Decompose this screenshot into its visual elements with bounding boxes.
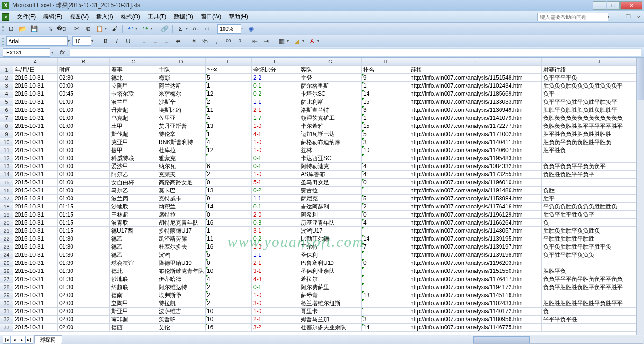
data-cell[interactable]: 斯亚甲 bbox=[110, 308, 157, 316]
data-cell[interactable]: 2015-10-31 bbox=[13, 106, 58, 114]
zoom-combo[interactable]: 100% bbox=[217, 24, 241, 34]
data-cell[interactable]: 萨格勒布迪纳摩 bbox=[299, 138, 362, 146]
data-cell[interactable]: 萨比利斯 bbox=[299, 98, 362, 106]
data-cell[interactable]: 0 bbox=[362, 259, 409, 267]
data-cell[interactable]: 顿涅茨克矿工 bbox=[299, 114, 362, 122]
data-cell[interactable]: 隆德里纳U19 bbox=[157, 259, 206, 267]
data-cell[interactable]: RNK斯普利特 bbox=[157, 138, 206, 146]
help-search-input[interactable] bbox=[537, 13, 608, 21]
data-cell[interactable]: 负负平平平负平胜负负平平负负 bbox=[542, 275, 644, 283]
data-cell[interactable]: http://info.win007.com/analysis/1140607.… bbox=[409, 146, 542, 154]
data-cell[interactable]: 约超联 bbox=[110, 283, 157, 291]
fx-icon[interactable]: fx bbox=[57, 49, 68, 56]
data-cell[interactable]: http://info.win007.com/analysis/1171002.… bbox=[409, 130, 542, 138]
font-name-drop[interactable]: ▾ bbox=[68, 39, 72, 43]
excel-doc-icon[interactable] bbox=[2, 13, 9, 21]
data-cell[interactable] bbox=[362, 154, 409, 163]
data-cell[interactable]: 2-1 bbox=[252, 259, 299, 267]
data-cell[interactable]: http://info.win007.com/analysis/1145116.… bbox=[409, 291, 542, 299]
data-cell[interactable]: 1 bbox=[206, 82, 252, 90]
data-cell[interactable]: 负平平平负胜平负胜平胜负平 bbox=[542, 98, 644, 106]
font-size-combo[interactable]: 10 bbox=[72, 36, 91, 46]
maximize-button[interactable]: □ bbox=[607, 1, 620, 10]
data-cell[interactable]: 02:00 bbox=[58, 291, 110, 299]
data-cell[interactable]: 3-0 bbox=[252, 299, 299, 308]
row-header[interactable]: 4 bbox=[0, 90, 13, 98]
mdi-close[interactable]: × bbox=[635, 14, 642, 20]
data-cell[interactable]: 2-2 bbox=[252, 74, 299, 82]
data-cell[interactable]: 2015-10-31 bbox=[13, 267, 58, 275]
data-cell[interactable]: 01:15 bbox=[58, 227, 110, 235]
borders-drop[interactable]: ▾ bbox=[287, 39, 291, 43]
data-cell[interactable] bbox=[362, 299, 409, 308]
data-cell[interactable]: 胜平胜负 bbox=[542, 146, 644, 154]
print-button[interactable]: 🖨 bbox=[45, 24, 55, 34]
data-cell[interactable]: 哥里卡 bbox=[299, 308, 362, 316]
data-cell[interactable]: 5 bbox=[206, 251, 252, 259]
data-cell[interactable] bbox=[542, 154, 644, 163]
data-cell[interactable]: 多特蒙德U17 bbox=[157, 227, 206, 235]
align-left-button[interactable]: ≡ bbox=[139, 36, 149, 46]
data-cell[interactable]: http://info.win007.com/analysis/1158984.… bbox=[409, 195, 542, 203]
data-cell[interactable]: 2 bbox=[362, 203, 409, 211]
data-cell[interactable]: 立陶甲 bbox=[110, 82, 157, 90]
row-header[interactable]: 22 bbox=[0, 235, 13, 243]
data-cell[interactable]: 0 bbox=[206, 179, 252, 187]
print-preview-button[interactable]: �d bbox=[56, 24, 66, 34]
data-cell[interactable]: 特拉凯 bbox=[157, 299, 206, 308]
data-cell[interactable]: 兹林 bbox=[299, 146, 362, 154]
align-center-button[interactable]: ≡ bbox=[150, 36, 161, 46]
currency-button[interactable]: ￥ bbox=[188, 36, 199, 46]
align-right-button[interactable]: ≡ bbox=[161, 36, 172, 46]
data-cell[interactable]: 01:30 bbox=[58, 275, 110, 283]
data-cell[interactable]: 2015-10-31 bbox=[13, 275, 58, 283]
data-cell[interactable]: 德西 bbox=[110, 324, 157, 332]
header-cell[interactable]: 对赛往绩 bbox=[542, 66, 644, 74]
data-cell[interactable]: 10 bbox=[206, 267, 252, 275]
data-cell[interactable]: 埃斯比约 bbox=[157, 106, 206, 114]
data-cell[interactable]: 负胜负负负负负负负负负负负负 bbox=[542, 114, 644, 122]
data-cell[interactable]: 德乙 bbox=[110, 243, 157, 251]
row-header[interactable]: 28 bbox=[0, 283, 13, 291]
data-cell[interactable]: http://info.win007.com/analysis/1139197.… bbox=[409, 243, 542, 251]
row-header[interactable]: 2 bbox=[0, 74, 13, 82]
data-cell[interactable]: 雷登 bbox=[299, 74, 362, 82]
data-cell[interactable]: 01:00 bbox=[58, 138, 110, 146]
copy-button[interactable]: ⧉ bbox=[83, 24, 93, 34]
data-cell[interactable]: 16 bbox=[206, 324, 252, 332]
data-cell[interactable]: http://info.win007.com/analysis/1176416.… bbox=[409, 203, 542, 211]
data-cell[interactable]: 2015-10-31 bbox=[13, 219, 58, 227]
data-cell[interactable]: 1 bbox=[206, 227, 252, 235]
data-cell[interactable]: 01:00 bbox=[58, 154, 110, 163]
help-button[interactable]: ◉ bbox=[246, 24, 256, 34]
data-cell[interactable]: 负平负胜胜胜平胜平胜平负 bbox=[542, 243, 644, 251]
data-cell[interactable]: 1-1 bbox=[252, 251, 299, 259]
data-cell[interactable]: 10 bbox=[206, 308, 252, 316]
data-cell[interactable]: 15 bbox=[362, 122, 409, 130]
data-cell[interactable]: 3 bbox=[362, 316, 409, 324]
column-header[interactable]: J bbox=[542, 58, 644, 66]
data-cell[interactable]: 2015-10-31 bbox=[13, 203, 58, 211]
data-cell[interactable]: 乌克超 bbox=[110, 114, 157, 122]
data-cell[interactable]: 1-7 bbox=[252, 114, 299, 122]
data-cell[interactable]: 费古拉 bbox=[299, 187, 362, 195]
data-cell[interactable]: 2015-10-31 bbox=[13, 251, 58, 259]
column-header[interactable]: E bbox=[206, 58, 252, 66]
data-cell[interactable] bbox=[362, 308, 409, 316]
data-cell[interactable]: 00:45 bbox=[58, 90, 110, 98]
data-cell[interactable]: 2015-10-31 bbox=[13, 299, 58, 308]
data-cell[interactable]: 波兰丙 bbox=[110, 195, 157, 203]
data-cell[interactable]: 14 bbox=[206, 203, 252, 211]
header-cell[interactable]: 年/月/日 bbox=[13, 66, 58, 74]
data-cell[interactable]: 1-0 bbox=[252, 122, 299, 130]
mdi-restore[interactable]: ❐ bbox=[624, 14, 633, 20]
data-cell[interactable]: 迈加瓦斯巴达 bbox=[299, 130, 362, 138]
data-cell[interactable]: 斯伐超 bbox=[110, 130, 157, 138]
increase-indent-button[interactable]: ⇥ bbox=[261, 36, 271, 46]
data-cell[interactable]: 平平平负平胜 bbox=[542, 316, 644, 324]
data-cell[interactable]: http://info.win007.com/analysis/1196203.… bbox=[409, 259, 542, 267]
data-cell[interactable]: 0-1 bbox=[252, 283, 299, 291]
new-doc-button[interactable]: 🗋 bbox=[6, 24, 17, 34]
sheet-nav-next[interactable]: ▸ bbox=[18, 336, 26, 344]
data-cell[interactable]: 4 bbox=[206, 114, 252, 122]
